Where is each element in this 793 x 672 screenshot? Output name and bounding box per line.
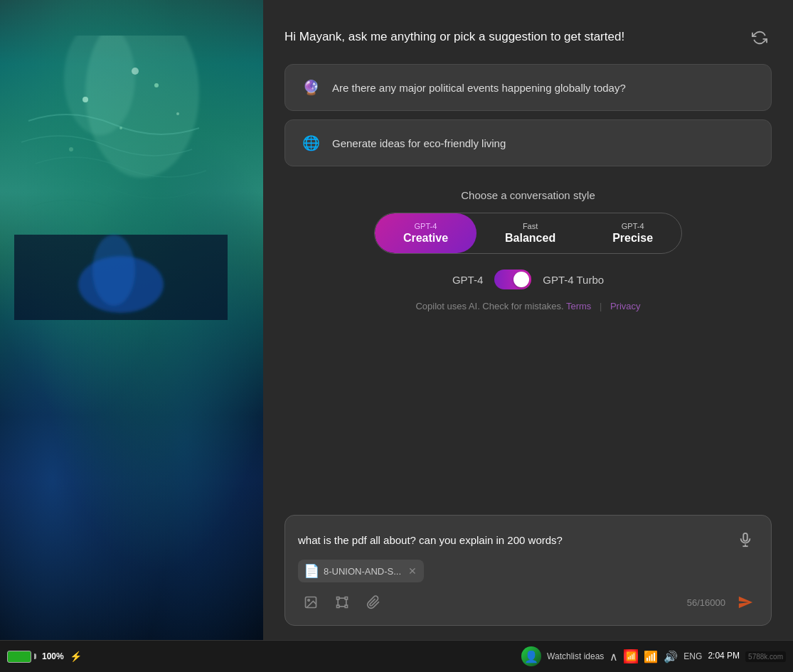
svg-point-15: [308, 599, 310, 602]
lightning-icon: ⚡: [70, 651, 82, 662]
style-btn-balanced[interactable]: Fast Balanced: [477, 213, 584, 253]
suggestion-icon-2: 🌐: [299, 132, 322, 154]
input-area: 📄 8-UNION-AND-S... ✕: [284, 515, 772, 626]
language-indicator: ENG: [683, 651, 702, 661]
style-btn-balanced-main: Balanced: [505, 232, 555, 245]
svg-rect-11: [743, 533, 747, 541]
watermark: 5788k.com: [745, 651, 786, 662]
suggestion-text-1: Are there any major political events hap…: [332, 82, 626, 94]
svg-point-3: [154, 83, 159, 87]
chevron-up-icon[interactable]: ∧: [610, 650, 618, 663]
file-name: 8-UNION-AND-S...: [324, 566, 401, 577]
disclaimer-divider: |: [600, 301, 602, 311]
chat-input[interactable]: [298, 533, 725, 548]
taskbar-avatar[interactable]: 👤: [521, 646, 541, 666]
battery-percent: 100%: [42, 651, 64, 661]
suggestion-icon-1: 🔮: [299, 76, 322, 99]
svg-point-4: [119, 127, 122, 129]
suggestion-text-2: Generate ideas for eco-friendly living: [332, 137, 506, 149]
battery-indicator: [7, 651, 36, 663]
refresh-button[interactable]: [752, 30, 772, 50]
style-btn-creative-top: GPT-4: [415, 222, 437, 230]
chat-panel: Hi Mayank, ask me anything or pick a sug…: [263, 0, 793, 640]
style-btn-balanced-top: Fast: [523, 222, 538, 230]
svg-point-6: [176, 112, 179, 115]
svg-point-5: [69, 147, 73, 151]
clock: 2:04 PM: [708, 651, 740, 662]
svg-point-10: [92, 235, 135, 306]
file-remove-button[interactable]: ✕: [408, 565, 417, 577]
greeting-text: Hi Mayank, ask me anything or pick a sug…: [284, 28, 752, 46]
network-status-icon: 📶: [624, 649, 638, 663]
chat-spacer: [284, 311, 772, 515]
style-btn-precise-top: GPT-4: [622, 222, 644, 230]
watchlist-label: Watchlist ideas: [547, 651, 604, 661]
toolbar-row: 56/16000: [298, 590, 758, 615]
suggestion-card-2[interactable]: 🌐 Generate ideas for eco-friendly living: [284, 119, 772, 166]
style-buttons-group: GPT-4 Creative Fast Balanced GPT-4 Preci…: [374, 213, 682, 254]
image-upload-button[interactable]: [298, 590, 324, 615]
privacy-link[interactable]: Privacy: [610, 301, 641, 311]
svg-point-2: [83, 97, 88, 102]
attach-button[interactable]: [361, 590, 386, 615]
toggle-knob: [513, 272, 529, 287]
style-btn-creative[interactable]: GPT-4 Creative: [375, 213, 477, 253]
toggle-left-label: GPT-4: [452, 274, 483, 286]
style-btn-precise[interactable]: GPT-4 Precise: [584, 213, 681, 253]
wifi-icon[interactable]: 📶: [644, 650, 658, 663]
taskbar: 100% ⚡ 👤 Watchlist ideas ∧ 📶 📶 🔊 ENG 2:0…: [0, 640, 793, 672]
disclaimer: Copilot uses AI. Check for mistakes. Ter…: [284, 301, 772, 311]
volume-icon[interactable]: 🔊: [664, 650, 678, 663]
style-btn-creative-main: Creative: [403, 232, 448, 245]
model-toggle[interactable]: [494, 270, 531, 289]
input-row: [298, 527, 758, 553]
toolbar-icons: [298, 590, 386, 615]
terms-link[interactable]: Terms: [566, 301, 591, 311]
greeting-section: Hi Mayank, ask me anything or pick a sug…: [284, 28, 772, 50]
background-image: [0, 0, 263, 640]
send-button[interactable]: [733, 590, 758, 615]
char-count: 56/16000: [687, 597, 725, 608]
toggle-right-label: GPT-4 Turbo: [543, 274, 604, 286]
file-icon: 📄: [304, 563, 319, 579]
style-btn-precise-main: Precise: [612, 232, 653, 245]
attachment-row: 📄 8-UNION-AND-S... ✕: [298, 560, 758, 582]
model-toggle-section: GPT-4 GPT-4 Turbo: [284, 270, 772, 289]
style-title: Choose a conversation style: [284, 189, 772, 201]
screenshot-button[interactable]: [329, 590, 355, 615]
wave-svg: [14, 36, 228, 320]
disclaimer-text: Copilot uses AI. Check for mistakes.: [415, 301, 563, 311]
mic-button[interactable]: [733, 527, 758, 553]
conversation-style-section: Choose a conversation style GPT-4 Creati…: [284, 189, 772, 254]
suggestion-card-1[interactable]: 🔮 Are there any major political events h…: [284, 64, 772, 111]
file-chip[interactable]: 📄 8-UNION-AND-S... ✕: [298, 560, 424, 582]
svg-point-7: [132, 68, 139, 75]
